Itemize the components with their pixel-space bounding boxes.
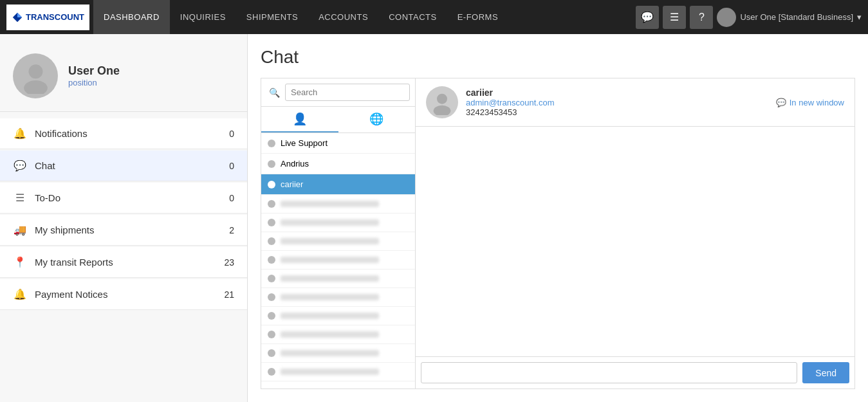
chat-right-panel: cariier admin@transcount.com 32423453453… <box>416 78 854 388</box>
logo[interactable]: TRANSCOUNT <box>6 5 89 30</box>
content-area: Chat 🔍 👤 🌐 <box>248 34 868 402</box>
transit-count: 23 <box>221 257 234 268</box>
sidebar-payment-label: Payment Notices <box>35 289 221 300</box>
contact-empty-8 <box>261 325 415 344</box>
contact-name-cariier: cariier <box>281 179 303 189</box>
sidebar-item-todo[interactable]: ☰ To-Do 0 <box>0 183 247 214</box>
contact-name-live-support: Live Support <box>281 138 328 148</box>
notifications-count: 0 <box>221 129 234 139</box>
svg-point-5 <box>434 105 451 115</box>
contact-andrius[interactable]: Andrius <box>261 154 415 174</box>
contact-empty-5 <box>261 270 415 288</box>
payment-icon: 🔔 <box>13 288 27 300</box>
contact-empty-9 <box>261 344 415 363</box>
chat-message-input[interactable] <box>421 362 797 383</box>
notifications-icon: 🔔 <box>13 127 27 140</box>
tab-contacts[interactable]: 👤 <box>261 107 338 132</box>
sidebar: User One position 🔔 Notifications 0 💬 Ch… <box>0 34 248 402</box>
user-avatar-nav <box>717 8 736 27</box>
profile-area: User One position <box>0 47 247 112</box>
contact-live-support[interactable]: Live Support <box>261 133 415 154</box>
profile-position: position <box>68 78 120 87</box>
contact-empty-4 <box>261 251 415 270</box>
nav-right-actions: 💬 ☰ ? User One [Standard Business] ▾ <box>636 6 862 29</box>
shipments-count: 2 <box>221 225 234 235</box>
avatar <box>13 53 58 98</box>
nav-contacts[interactable]: CONTACTS <box>378 0 447 34</box>
user-menu-button[interactable]: User One [Standard Business] ▾ <box>717 8 862 27</box>
nav-accounts[interactable]: ACCOUNTS <box>308 0 378 34</box>
sidebar-shipments-label: My shipments <box>35 224 221 235</box>
chat-layout: 🔍 👤 🌐 <box>261 78 855 389</box>
sidebar-transit-label: My transit Reports <box>35 257 221 268</box>
selected-contact-avatar <box>426 86 458 118</box>
search-icon: 🔍 <box>266 87 282 98</box>
selected-contact-name: cariier <box>466 87 776 98</box>
nav-inquiries[interactable]: INQUIRIES <box>170 0 236 34</box>
contact-status-andrius <box>268 160 275 168</box>
top-navigation: TRANSCOUNT DASHBOARD INQUIRIES SHIPMENTS… <box>0 0 868 34</box>
contact-empty-10 <box>261 363 415 381</box>
svg-point-2 <box>28 64 42 78</box>
contact-empty-3 <box>261 232 415 251</box>
sidebar-todo-label: To-Do <box>35 192 221 203</box>
svg-point-3 <box>24 80 48 93</box>
sidebar-item-shipments[interactable]: 🚚 My shipments 2 <box>0 215 247 246</box>
chat-count: 0 <box>221 161 234 171</box>
payment-count: 21 <box>221 289 234 300</box>
nav-shipments[interactable]: SHIPMENTS <box>236 0 308 34</box>
search-bar: 🔍 <box>261 78 415 107</box>
chat-messages-area <box>416 127 854 356</box>
in-new-window-button[interactable]: 💬 In new window <box>776 98 844 107</box>
dropdown-arrow-icon: ▾ <box>857 12 862 22</box>
todo-icon: ☰ <box>13 192 27 204</box>
contact-empty-2 <box>261 214 415 232</box>
sidebar-item-chat[interactable]: 💬 Chat 0 <box>0 151 247 181</box>
list-icon-button[interactable]: ☰ <box>663 6 686 29</box>
main-layout: User One position 🔔 Notifications 0 💬 Ch… <box>0 34 868 402</box>
contact-status-cariier <box>268 181 275 188</box>
todo-count: 0 <box>221 193 234 203</box>
selected-contact-email: admin@transcount.com <box>466 98 776 107</box>
contact-name-andrius: Andrius <box>281 159 309 169</box>
help-icon-button[interactable]: ? <box>690 6 713 29</box>
shipments-icon: 🚚 <box>13 224 27 236</box>
selected-contact-phone: 32423453453 <box>466 107 776 117</box>
chat-icon: 💬 <box>13 160 27 172</box>
send-button[interactable]: Send <box>802 362 849 383</box>
sidebar-chat-label: Chat <box>35 160 221 171</box>
sidebar-item-transit-reports[interactable]: 📍 My transit Reports 23 <box>0 247 247 278</box>
svg-point-4 <box>437 94 447 104</box>
contact-cariier[interactable]: cariier <box>261 174 415 195</box>
search-input[interactable] <box>285 84 410 101</box>
contact-empty-7 <box>261 307 415 325</box>
chat-bubble-icon: 💬 <box>776 98 786 107</box>
sidebar-item-payment-notices[interactable]: 🔔 Payment Notices 21 <box>0 279 247 310</box>
contact-empty-1 <box>261 195 415 214</box>
nav-dashboard[interactable]: DASHBOARD <box>93 0 170 34</box>
tab-global[interactable]: 🌐 <box>338 107 416 132</box>
chat-contacts-panel: 🔍 👤 🌐 <box>261 78 416 388</box>
transit-reports-icon: 📍 <box>13 256 27 268</box>
chat-contacts-list: Live Support Andrius cariier <box>261 133 415 388</box>
nav-eforms[interactable]: E-FORMS <box>447 0 508 34</box>
in-new-window-label: In new window <box>790 98 844 107</box>
profile-name: User One <box>68 64 120 78</box>
profile-info: User One position <box>68 64 120 87</box>
chat-input-area: Send <box>416 356 854 388</box>
sidebar-notifications-label: Notifications <box>35 128 221 139</box>
chat-page-title: Chat <box>261 47 855 68</box>
user-label: User One [Standard Business] <box>740 12 853 22</box>
logo-text: TRANSCOUNT <box>26 12 84 22</box>
selected-contact-info: cariier admin@transcount.com 32423453453 <box>466 87 776 117</box>
chat-tabs: 👤 🌐 <box>261 107 415 133</box>
sidebar-item-notifications[interactable]: 🔔 Notifications 0 <box>0 118 247 149</box>
chat-icon-button[interactable]: 💬 <box>636 6 659 29</box>
chat-page: Chat 🔍 👤 🌐 <box>248 34 868 402</box>
chat-contact-header: cariier admin@transcount.com 32423453453… <box>416 78 854 127</box>
contact-empty-6 <box>261 288 415 307</box>
contact-status-live-support <box>268 140 275 147</box>
svg-marker-1 <box>17 12 22 17</box>
